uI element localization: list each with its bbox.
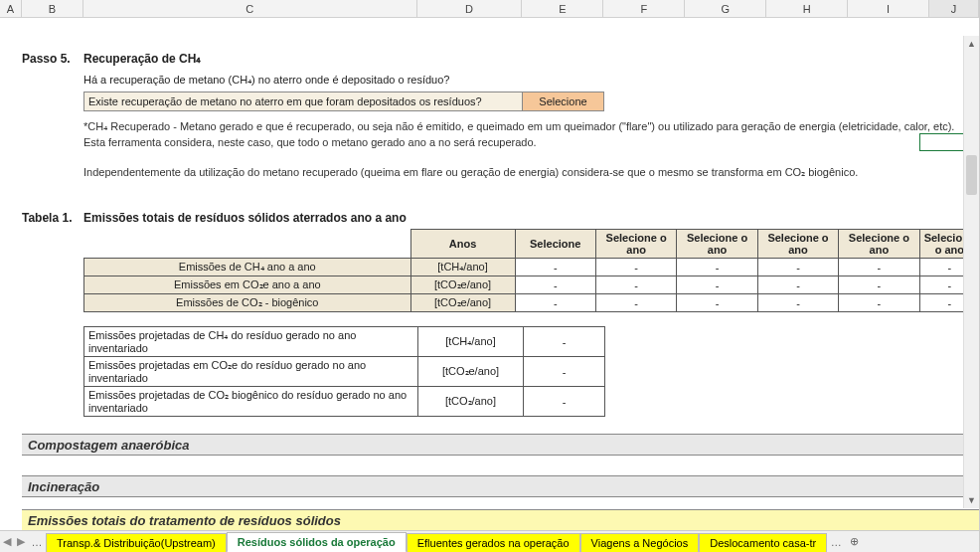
row-label: Emissões de CH₄ ano a ano	[84, 259, 411, 276]
question-cell: Existe recuperação de metano no aterro e…	[83, 92, 523, 111]
spreadsheet-viewport: A B C D E F G H I J Passo 5. Recuperação…	[0, 0, 980, 552]
vertical-scrollbar[interactable]: ▲ ▼	[963, 36, 979, 508]
footnote-2: Esta ferramenta considera, neste caso, q…	[83, 135, 537, 149]
table1-title: Emissões totais de resíduos sólidos ater…	[83, 211, 407, 225]
sheet-tab-transp[interactable]: Transp.& Distribuição(Upstream)	[46, 533, 227, 552]
step-label: Passo 5.	[22, 52, 71, 66]
sheet-tab-viagens[interactable]: Viagens a Negócios	[580, 533, 700, 552]
footnote-1: *CH₄ Recuperado - Metano gerado e que é …	[83, 119, 954, 133]
add-sheet-icon[interactable]: ⊕	[845, 535, 863, 548]
cell[interactable]: -	[595, 259, 676, 276]
cell[interactable]: -	[839, 259, 919, 276]
cell[interactable]: -	[757, 259, 838, 276]
step-title: Recuperação de CH₄	[83, 52, 201, 66]
col-header-D[interactable]: D	[417, 0, 523, 17]
col-header-E[interactable]: E	[522, 0, 603, 17]
table1-header-selano-4[interactable]: Selecione o ano	[839, 230, 919, 259]
section-incineracao[interactable]: Incineração	[22, 475, 979, 497]
cell[interactable]: -	[677, 294, 757, 312]
table-row: Emissões de CH₄ ano a ano [tCH₄/ano] - -…	[84, 259, 980, 276]
cell[interactable]: -	[839, 276, 919, 294]
row-unit: [tCO₂e/ano]	[410, 276, 515, 294]
cell[interactable]: -	[515, 294, 595, 312]
table2: Emissões projetadas de CH₄ do resíduo ge…	[83, 326, 605, 417]
section-emissoes-totais[interactable]: Emissões totais do tratamento de resíduo…	[22, 509, 979, 530]
row-label: Emissões projetadas em CO₂e do resíduo g…	[84, 357, 418, 387]
table1-header-selano-3[interactable]: Selecione o ano	[757, 230, 838, 259]
col-header-H[interactable]: H	[766, 0, 848, 17]
tab-overflow-icon[interactable]: …	[827, 536, 845, 548]
row-label: Emissões projetadas de CO₂ biogênico do …	[84, 387, 418, 417]
sheet-tab-efluentes[interactable]: Efluentes gerados na operação	[407, 533, 580, 552]
footnote-3: Independentemente da utilização do metan…	[83, 165, 858, 179]
selection-dropdown[interactable]: Selecione	[523, 92, 604, 111]
scroll-up-icon[interactable]: ▲	[964, 36, 979, 52]
cell[interactable]: -	[595, 294, 676, 312]
table-row: Emissões em CO₂e ano a ano [tCO₂e/ano] -…	[84, 276, 980, 294]
question-prompt: Há a recuperação de metano (CH₄) no ater…	[83, 74, 449, 87]
sheet-tab-strip: ◀ ▶ … Transp.& Distribuição(Upstream) Re…	[0, 530, 979, 552]
col-header-G[interactable]: G	[685, 0, 766, 17]
table-row: Emissões de CO₂ - biogênico [tCO₂e/ano] …	[84, 294, 980, 312]
col-header-J[interactable]: J	[929, 0, 979, 17]
table-row: Emissões projetadas de CO₂ biogênico do …	[84, 387, 605, 417]
table1-label: Tabela 1.	[22, 211, 72, 225]
col-header-B[interactable]: B	[22, 0, 83, 17]
tab-nav-next-icon[interactable]: ▶	[14, 535, 28, 548]
col-header-C[interactable]: C	[83, 0, 417, 17]
cell[interactable]: -	[677, 259, 757, 276]
section-compostagem[interactable]: Compostagem anaeróbica	[22, 434, 979, 456]
row-label: Emissões em CO₂e ano a ano	[84, 276, 411, 294]
table1-header-anos: Anos	[410, 230, 515, 259]
row-unit: [tCO₂e/ano]	[418, 357, 524, 387]
cell[interactable]: -	[524, 387, 605, 417]
scroll-thumb[interactable]	[966, 155, 977, 195]
column-headers: A B C D E F G H I J	[0, 0, 979, 18]
row-unit: [tCH₄/ano]	[418, 327, 524, 357]
tab-more-icon[interactable]: …	[28, 536, 46, 548]
cell[interactable]: -	[677, 276, 757, 294]
col-header-A[interactable]: A	[0, 0, 22, 17]
cell[interactable]: -	[524, 327, 605, 357]
table-row: Emissões projetadas em CO₂e do resíduo g…	[84, 357, 605, 387]
cell[interactable]: -	[524, 357, 605, 387]
row-unit: [tCO₂/ano]	[418, 387, 524, 417]
row-label: Emissões de CO₂ - biogênico	[84, 294, 411, 312]
cell[interactable]: -	[515, 259, 595, 276]
table1-header-selano-2[interactable]: Selecione o ano	[677, 230, 757, 259]
cell[interactable]: -	[757, 276, 838, 294]
col-header-I[interactable]: I	[848, 0, 929, 17]
table1: Anos Selecione Selecione o ano Selecione…	[83, 229, 979, 312]
tab-nav-prev-icon[interactable]: ◀	[0, 535, 14, 548]
question-row: Existe recuperação de metano no aterro e…	[83, 92, 604, 111]
cell[interactable]: -	[757, 294, 838, 312]
col-header-F[interactable]: F	[603, 0, 685, 17]
sheet-body[interactable]: Passo 5. Recuperação de CH₄ Há a recuper…	[0, 18, 979, 530]
row-label: Emissões projetadas de CH₄ do resíduo ge…	[84, 327, 418, 357]
sheet-tab-residuos[interactable]: Resíduos sólidos da operação	[227, 532, 407, 553]
cell[interactable]: -	[839, 294, 919, 312]
table1-header-sel[interactable]: Selecione	[515, 230, 595, 259]
row-unit: [tCH₄/ano]	[410, 259, 515, 276]
cell[interactable]: -	[595, 276, 676, 294]
row-unit: [tCO₂e/ano]	[410, 294, 515, 312]
table-row: Emissões projetadas de CH₄ do resíduo ge…	[84, 327, 605, 357]
table1-header-selano-1[interactable]: Selecione o ano	[595, 230, 676, 259]
scroll-down-icon[interactable]: ▼	[964, 492, 979, 508]
cell[interactable]: -	[515, 276, 595, 294]
sheet-tab-deslocamento[interactable]: Deslocamento casa-tr	[699, 533, 827, 552]
